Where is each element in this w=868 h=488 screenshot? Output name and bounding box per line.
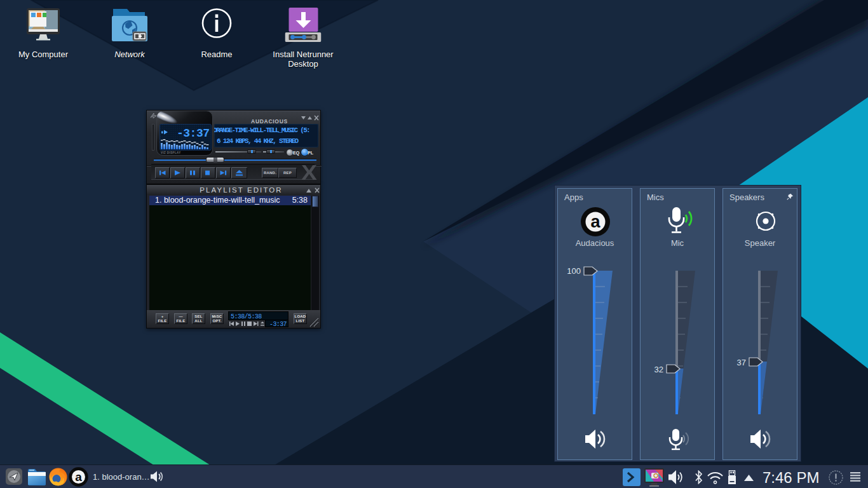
svg-text:a: a — [75, 470, 82, 484]
svg-text:a: a — [590, 212, 600, 231]
